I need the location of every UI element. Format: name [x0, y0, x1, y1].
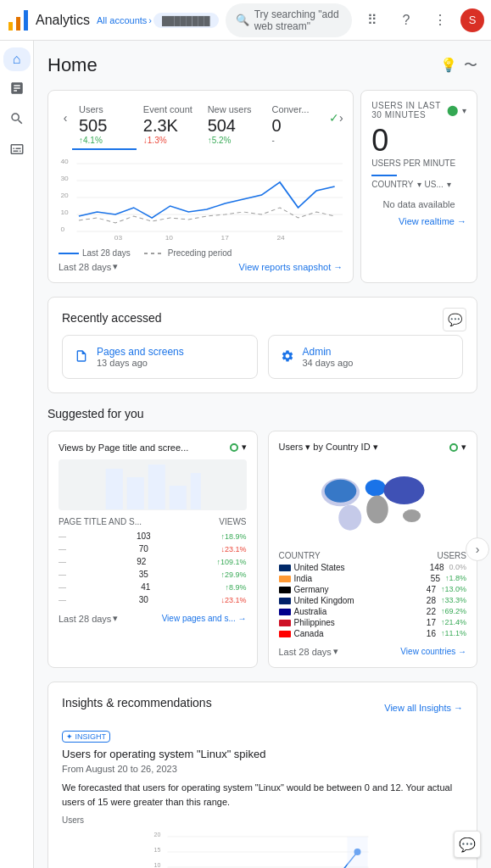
- metrics-row: ‹ Users 505 ↑4.1% Event count 2.3K ↓1.3%: [59, 101, 343, 150]
- pages-icon: [73, 348, 90, 364]
- user-avatar[interactable]: S: [460, 8, 484, 32]
- metrics-list: Users 505 ↑4.1% Event count 2.3K ↓1.3% N…: [72, 101, 329, 150]
- main-chart: 40 30 20 10 0: [59, 157, 343, 242]
- svg-text:20: 20: [60, 192, 68, 199]
- countries-date-range[interactable]: Last 28 days▾: [279, 646, 338, 657]
- table-row: Philippines 17↑21.4%: [279, 617, 467, 628]
- table-row: —30↓23.1%: [59, 593, 247, 606]
- insight-title: Users for operating system "Linux" spike…: [62, 748, 463, 760]
- insight-date: From August 20 to 26, 2023: [62, 764, 463, 774]
- view-reports-link[interactable]: View reports snapshot →: [239, 262, 343, 272]
- svg-text:40: 40: [60, 159, 68, 165]
- metric-newusers-value: 504: [208, 116, 259, 136]
- account-pill[interactable]: ████████: [153, 13, 219, 28]
- view-countries-link[interactable]: View countries →: [400, 647, 466, 656]
- realtime-status-icon: ⬤: [447, 104, 459, 116]
- countries-card-title: Users ▾ by Country ID ▾: [279, 442, 378, 453]
- sidebar-item-home[interactable]: ⌂: [3, 47, 31, 71]
- insights-section: Insights & recommendations View all Insi…: [47, 682, 477, 868]
- pages-time: 13 days ago: [97, 358, 184, 368]
- metric-users-change: ↑4.1%: [79, 136, 130, 145]
- views-chart-placeholder: [59, 459, 247, 510]
- svg-rect-0: [8, 22, 13, 31]
- no-data-message: No data available: [371, 192, 466, 216]
- recent-card-pages[interactable]: Pages and screens 13 days ago: [62, 335, 258, 379]
- stats-footer: Last 28 days ▾ View reports snapshot →: [59, 261, 343, 272]
- recently-accessed-section: 💬 Recently accessed Pages and screens 13…: [47, 297, 477, 393]
- page-header: Home 💡 〜: [47, 54, 477, 76]
- svg-point-24: [339, 505, 362, 531]
- metric-conv-label: Conver...: [271, 104, 322, 114]
- insight-text: We forecasted that users for operating s…: [62, 781, 463, 809]
- svg-text:10: 10: [154, 862, 161, 868]
- metric-conversions[interactable]: Conver... 0 -: [265, 101, 329, 150]
- svg-text:17: 17: [221, 235, 229, 242]
- search-bar[interactable]: 🔍 Try searching "add web stream": [226, 3, 352, 37]
- logo-area: Analytics: [7, 8, 90, 32]
- topbar: Analytics All accounts › ████████ 🔍 Try …: [0, 0, 491, 41]
- svg-rect-21: [170, 486, 187, 509]
- svg-text:0: 0: [60, 226, 64, 233]
- view-realtime-link[interactable]: View realtime →: [371, 216, 466, 226]
- legend-line-solid: [59, 253, 79, 254]
- insight-badge: ✦ INSIGHT: [62, 731, 110, 743]
- views-date-range[interactable]: Last 28 days▾: [59, 613, 118, 624]
- svg-rect-19: [127, 477, 144, 509]
- apps-icon[interactable]: ⠿: [359, 7, 386, 34]
- insight-chart: 20 15 10 5 0: [62, 828, 463, 868]
- realtime-card: USERS IN LAST 30 MINUTES ⬤ ▾ 0 USERS PER…: [360, 90, 477, 283]
- sidebar: ⌂: [0, 41, 34, 868]
- suggested-nav-right[interactable]: ›: [466, 537, 489, 561]
- help-icon[interactable]: ?: [393, 7, 420, 34]
- metric-conv-value: 0: [271, 116, 322, 136]
- svg-point-26: [367, 496, 389, 524]
- suggested-card-views: Views by Page title and scree... ▾: [47, 431, 258, 668]
- views-card-header: Views by Page title and scree... ▾: [59, 442, 247, 453]
- views-card-badge[interactable]: ▾: [230, 442, 247, 453]
- metric-users[interactable]: Users 505 ↑4.1%: [72, 101, 137, 150]
- svg-text:03: 03: [114, 235, 122, 242]
- topbar-actions: ⠿ ? ⋮ S: [359, 7, 484, 34]
- svg-point-27: [384, 476, 425, 504]
- view-pages-link[interactable]: View pages and s... →: [162, 614, 247, 623]
- floating-chat-button[interactable]: 💬: [454, 831, 481, 858]
- suggested-card-countries: Users ▾ by Country ID ▾ ▾: [268, 431, 478, 668]
- countries-card-footer: Last 28 days▾ View countries →: [279, 646, 467, 657]
- realtime-country-filter[interactable]: COUNTRY ▾ US... ▾: [371, 180, 466, 189]
- compare-icon[interactable]: 〜: [464, 57, 477, 75]
- metrics-prev[interactable]: ‹: [59, 101, 72, 125]
- account-selector[interactable]: All accounts › ████████: [97, 13, 219, 28]
- date-range-selector[interactable]: Last 28 days ▾: [59, 261, 118, 272]
- chat-icon-float[interactable]: 💬: [443, 308, 466, 331]
- metric-conv-change: -: [271, 136, 322, 145]
- lightbulb-icon[interactable]: 💡: [440, 57, 457, 75]
- realtime-menu-icon[interactable]: ▾: [462, 106, 467, 115]
- countries-card-header: Users ▾ by Country ID ▾ ▾: [279, 442, 467, 453]
- metric-events-change: ↓1.3%: [143, 136, 194, 145]
- metric-events-label: Event count: [143, 104, 194, 114]
- metric-events[interactable]: Event count 2.3K ↓1.3%: [137, 101, 201, 150]
- svg-point-29: [325, 480, 357, 503]
- svg-rect-22: [191, 473, 201, 509]
- more-icon[interactable]: ⋮: [427, 7, 454, 34]
- country-table-header: COUNTRY USERS: [279, 551, 467, 560]
- svg-text:15: 15: [154, 847, 161, 853]
- recent-card-admin[interactable]: Admin 34 days ago: [268, 335, 464, 379]
- svg-text:10: 10: [60, 209, 68, 216]
- table-row: Australia 22↑69.2%: [279, 606, 467, 617]
- metric-new-users[interactable]: New users 504 ↑5.2%: [201, 101, 265, 150]
- svg-rect-18: [106, 469, 123, 509]
- sidebar-item-reports[interactable]: [3, 75, 31, 102]
- admin-icon: [279, 348, 296, 364]
- search-icon: 🔍: [236, 14, 249, 26]
- table-row: —35↑29.9%: [59, 568, 247, 581]
- suggested-inner: Views by Page title and scree... ▾: [47, 431, 477, 668]
- sidebar-item-explore[interactable]: [3, 105, 31, 132]
- sidebar-item-advertising[interactable]: [3, 136, 31, 163]
- recently-accessed-title: Recently accessed: [62, 311, 463, 325]
- recent-card-admin-info: Admin 34 days ago: [303, 346, 354, 368]
- countries-card-badge[interactable]: ▾: [449, 442, 466, 453]
- metrics-next[interactable]: ✓ ›: [329, 101, 343, 125]
- insights-title: Insights & recommendations: [62, 696, 212, 709]
- view-all-insights-link[interactable]: View all Insights →: [384, 703, 463, 713]
